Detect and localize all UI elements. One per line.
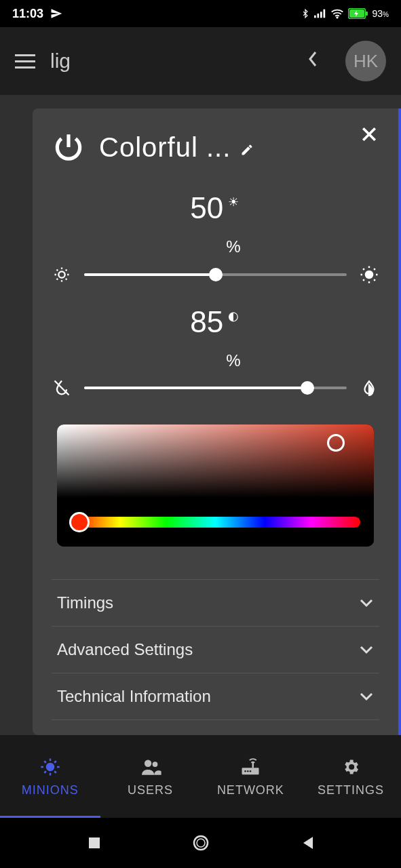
- accordion-label: Technical Information: [57, 687, 211, 706]
- saturation-block: 85 ◐%: [52, 305, 379, 397]
- close-button[interactable]: [359, 122, 379, 151]
- svg-point-18: [194, 836, 208, 850]
- svg-point-9: [365, 271, 374, 279]
- saturation-value: 85 ◐%: [52, 305, 379, 373]
- status-right: 93%: [301, 7, 389, 20]
- battery-percent: 93%: [373, 8, 389, 19]
- nav-minions[interactable]: MINIONS: [0, 735, 100, 818]
- router-icon: [240, 756, 261, 778]
- brightness-block: 50 ☀%: [52, 191, 379, 285]
- search-input[interactable]: lig: [50, 50, 292, 73]
- svg-rect-0: [314, 16, 316, 18]
- nav-network[interactable]: NETWORK: [201, 735, 301, 818]
- nav-users[interactable]: USERS: [100, 735, 201, 818]
- nav-settings[interactable]: SETTINGS: [301, 735, 401, 818]
- hue-bar-wrap: [57, 498, 374, 547]
- bottom-nav: MINIONS USERS NETWORK SETTINGS: [0, 735, 401, 818]
- status-time: 11:03: [12, 7, 43, 21]
- chevron-down-icon: [359, 689, 374, 705]
- menu-button[interactable]: [15, 54, 35, 68]
- svg-point-15: [247, 770, 249, 772]
- brightness-mini-icon: ☀: [228, 195, 239, 209]
- main-area: Colorful ... 50 ☀%: [0, 95, 401, 735]
- nav-label: MINIONS: [22, 783, 79, 797]
- device-title: Colorful ...: [99, 132, 379, 163]
- saturation-slider[interactable]: [84, 387, 347, 389]
- saturation-off-icon: [52, 378, 72, 397]
- card-header: Colorful ...: [52, 123, 379, 171]
- nav-label: USERS: [128, 783, 173, 797]
- brightness-high-icon: [359, 264, 379, 285]
- app-header: lig HK: [0, 27, 401, 95]
- saturation-mini-icon: ◐: [228, 309, 239, 323]
- svg-point-10: [46, 762, 55, 771]
- color-area[interactable]: [57, 425, 374, 498]
- users-icon: [140, 756, 161, 778]
- android-back-button[interactable]: [297, 833, 318, 853]
- svg-rect-1: [317, 14, 319, 18]
- svg-point-19: [197, 839, 205, 847]
- lightbulb-icon: [40, 756, 60, 778]
- chevron-down-icon: [359, 642, 374, 658]
- avatar[interactable]: HK: [345, 41, 386, 81]
- device-card: Colorful ... 50 ☀%: [33, 108, 401, 735]
- saturation-on-icon: [359, 379, 379, 397]
- accordion-label: Advanced Settings: [57, 640, 193, 659]
- accordion-timings[interactable]: Timings: [52, 579, 379, 626]
- svg-point-12: [152, 762, 157, 767]
- svg-rect-2: [320, 12, 322, 18]
- svg-point-4: [337, 17, 338, 18]
- accordion: Timings Advanced Settings Technical Info…: [52, 579, 379, 720]
- accordion-advanced[interactable]: Advanced Settings: [52, 626, 379, 673]
- android-home-button[interactable]: [191, 833, 211, 853]
- brightness-slider[interactable]: [84, 273, 347, 276]
- telegram-icon: [50, 7, 62, 20]
- status-bar: 11:03 93%: [0, 0, 401, 27]
- hue-thumb[interactable]: [69, 512, 90, 532]
- hue-slider[interactable]: [71, 517, 360, 528]
- battery-icon: [348, 8, 368, 19]
- status-left: 11:03: [12, 7, 62, 21]
- device-title-text: Colorful ...: [99, 132, 231, 163]
- nav-label: NETWORK: [217, 783, 284, 797]
- nav-label: SETTINGS: [318, 783, 384, 797]
- accordion-technical[interactable]: Technical Information: [52, 673, 379, 720]
- svg-rect-7: [366, 12, 368, 16]
- svg-point-14: [245, 770, 247, 772]
- color-picker: [57, 425, 374, 547]
- android-nav-bar: [0, 818, 401, 868]
- edit-icon[interactable]: [240, 132, 254, 163]
- accordion-label: Timings: [57, 593, 113, 612]
- saturation-slider-row: [52, 378, 379, 397]
- back-button[interactable]: [307, 50, 318, 73]
- brightness-low-icon: [52, 265, 72, 284]
- bluetooth-icon: [301, 7, 310, 20]
- signal-icon: [314, 9, 326, 18]
- power-icon[interactable]: [52, 130, 85, 164]
- svg-rect-3: [323, 9, 325, 18]
- android-recents-button[interactable]: [84, 833, 104, 853]
- wifi-icon: [330, 8, 344, 19]
- color-cursor[interactable]: [327, 434, 345, 452]
- gear-icon: [341, 756, 360, 778]
- chevron-down-icon: [359, 595, 374, 611]
- svg-point-11: [145, 760, 151, 766]
- svg-point-8: [58, 271, 64, 277]
- svg-point-16: [250, 770, 252, 772]
- brightness-value: 50 ☀%: [52, 191, 379, 259]
- brightness-slider-row: [52, 264, 379, 285]
- svg-rect-17: [89, 837, 100, 848]
